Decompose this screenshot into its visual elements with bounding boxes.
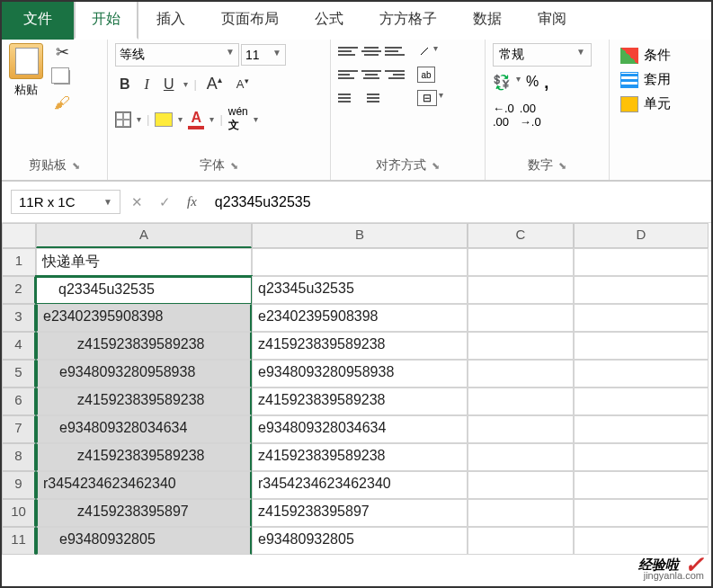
name-box[interactable]: 11R x 1C▼ bbox=[11, 190, 120, 214]
chevron-down-icon[interactable]: ▾ bbox=[178, 114, 183, 124]
cell[interactable] bbox=[468, 415, 574, 443]
cell[interactable] bbox=[574, 415, 709, 443]
tab-home[interactable]: 开始 bbox=[74, 0, 138, 40]
percent-button[interactable]: % bbox=[526, 74, 539, 93]
row-header[interactable]: 7 bbox=[2, 415, 36, 443]
cell[interactable] bbox=[468, 304, 574, 332]
cell[interactable]: r3454234623462340 bbox=[252, 471, 468, 499]
cell[interactable]: e9348093280958938 bbox=[36, 360, 252, 388]
chevron-down-icon[interactable]: ▾ bbox=[433, 43, 438, 59]
decrease-font-button[interactable]: A▾ bbox=[232, 74, 254, 94]
row-header[interactable]: 4 bbox=[2, 332, 36, 360]
wrap-text-button[interactable]: ab bbox=[417, 67, 435, 83]
row-header[interactable]: 2 bbox=[2, 276, 36, 304]
italic-button[interactable]: I bbox=[140, 74, 154, 95]
cell[interactable] bbox=[574, 388, 709, 415]
cell[interactable] bbox=[574, 332, 709, 360]
cell[interactable] bbox=[468, 248, 574, 276]
cell[interactable]: z415923839589238 bbox=[252, 443, 468, 471]
cell[interactable]: e93480932805 bbox=[36, 527, 252, 555]
cell[interactable]: z415923839589238 bbox=[252, 388, 468, 415]
row-header[interactable]: 1 bbox=[2, 248, 36, 276]
border-button[interactable] bbox=[115, 111, 131, 128]
increase-indent-button[interactable] bbox=[361, 90, 381, 106]
confirm-icon[interactable]: ✓ bbox=[159, 194, 171, 210]
cell[interactable] bbox=[252, 248, 468, 276]
tab-file[interactable]: 文件 bbox=[2, 0, 74, 40]
tab-review[interactable]: 审阅 bbox=[520, 0, 584, 40]
cell[interactable]: r3454234623462340 bbox=[36, 471, 252, 499]
row-header[interactable]: 6 bbox=[2, 388, 36, 415]
chevron-down-icon[interactable]: ▾ bbox=[183, 79, 188, 89]
cell[interactable] bbox=[468, 471, 574, 499]
row-header[interactable]: 8 bbox=[2, 443, 36, 471]
cell[interactable] bbox=[468, 332, 574, 360]
decrease-indent-button[interactable] bbox=[338, 90, 358, 106]
row-header[interactable]: 3 bbox=[2, 304, 36, 332]
underline-button[interactable]: U bbox=[159, 74, 179, 95]
cell[interactable]: 快递单号 bbox=[36, 248, 252, 276]
fx-icon[interactable]: fx bbox=[187, 194, 197, 210]
decrease-decimal-button[interactable]: .00→.0 bbox=[520, 102, 541, 129]
copy-icon[interactable] bbox=[52, 68, 72, 86]
align-bottom-button[interactable] bbox=[385, 43, 405, 59]
cancel-icon[interactable]: ✕ bbox=[131, 194, 143, 210]
align-top-button[interactable] bbox=[338, 43, 358, 59]
chevron-down-icon[interactable]: ▾ bbox=[137, 114, 141, 124]
expand-icon[interactable]: ⬊ bbox=[230, 160, 238, 172]
comma-button[interactable]: , bbox=[544, 74, 548, 93]
cell[interactable]: e934809328034634 bbox=[36, 415, 252, 443]
tab-ffgz[interactable]: 方方格子 bbox=[361, 0, 455, 40]
cell[interactable]: e23402395908398 bbox=[252, 304, 468, 332]
row-header[interactable]: 11 bbox=[2, 527, 36, 555]
column-header-b[interactable]: B bbox=[252, 223, 468, 248]
cell[interactable]: q23345u32535 bbox=[252, 276, 468, 304]
format-table-button[interactable]: 套用 bbox=[620, 71, 700, 88]
cell-styles-button[interactable]: 单元 bbox=[620, 95, 700, 112]
cell[interactable]: z415923839589238 bbox=[252, 332, 468, 360]
format-painter-icon[interactable]: 🖌 bbox=[52, 94, 72, 111]
cell[interactable]: e23402395908398 bbox=[36, 304, 252, 332]
expand-icon[interactable]: ⬊ bbox=[558, 160, 566, 172]
font-color-button[interactable]: A bbox=[188, 110, 204, 129]
select-all-corner[interactable] bbox=[2, 223, 36, 248]
cell[interactable] bbox=[574, 499, 709, 527]
expand-icon[interactable]: ⬊ bbox=[432, 160, 440, 172]
cell[interactable] bbox=[468, 499, 574, 527]
font-size-select[interactable]: 11▼ bbox=[241, 44, 286, 66]
expand-icon[interactable]: ⬊ bbox=[72, 160, 80, 172]
cell[interactable]: e934809328034634 bbox=[252, 415, 468, 443]
chevron-down-icon[interactable]: ▾ bbox=[209, 114, 214, 124]
cell[interactable] bbox=[468, 360, 574, 388]
row-header[interactable]: 10 bbox=[2, 499, 36, 527]
cell[interactable]: z4159238395897 bbox=[36, 499, 252, 527]
orientation-button[interactable]: ⟋ bbox=[417, 43, 432, 59]
phonetic-button[interactable]: wén文 bbox=[228, 105, 248, 133]
chevron-down-icon[interactable]: ▾ bbox=[516, 74, 521, 93]
cell[interactable] bbox=[574, 443, 709, 471]
cell[interactable]: z4159238395897 bbox=[252, 499, 468, 527]
tab-data[interactable]: 数据 bbox=[455, 0, 520, 40]
tab-formulas[interactable]: 公式 bbox=[297, 0, 361, 40]
row-header[interactable]: 5 bbox=[2, 360, 36, 388]
formula-input[interactable]: q23345u32535 bbox=[208, 191, 702, 214]
cell[interactable] bbox=[468, 276, 574, 304]
bold-button[interactable]: B bbox=[115, 74, 135, 95]
align-middle-button[interactable] bbox=[361, 43, 381, 59]
column-header-c[interactable]: C bbox=[468, 223, 574, 248]
cell[interactable] bbox=[574, 276, 709, 304]
cell[interactable] bbox=[468, 527, 574, 555]
cell[interactable] bbox=[468, 388, 574, 415]
cell[interactable]: z415923839589238 bbox=[36, 332, 252, 360]
currency-button[interactable]: 💱 bbox=[493, 74, 511, 93]
tab-insert[interactable]: 插入 bbox=[138, 0, 203, 40]
column-header-d[interactable]: D bbox=[574, 223, 709, 248]
cell[interactable]: e9348093280958938 bbox=[252, 360, 468, 388]
chevron-down-icon[interactable]: ▾ bbox=[439, 90, 443, 106]
cell[interactable] bbox=[574, 304, 709, 332]
cell[interactable] bbox=[468, 443, 574, 471]
font-name-select[interactable]: 等线▼ bbox=[115, 43, 239, 67]
cut-icon[interactable]: ✂ bbox=[52, 43, 72, 61]
number-format-select[interactable]: 常规▼ bbox=[493, 43, 592, 67]
conditional-format-button[interactable]: 条件 bbox=[620, 47, 700, 64]
